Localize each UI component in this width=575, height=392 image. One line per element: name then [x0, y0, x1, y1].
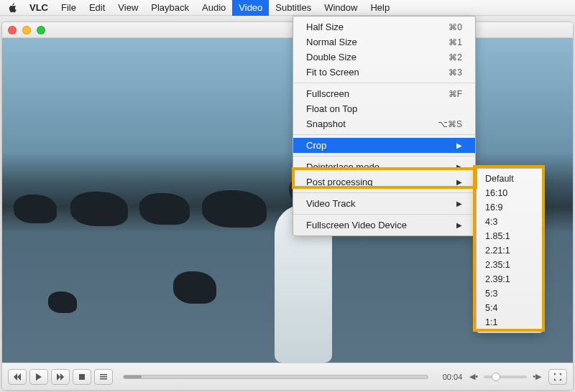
volume-knob[interactable]: [492, 373, 500, 381]
submenu-arrow-icon: ▶: [456, 178, 462, 186]
crop-submenu: Default 16:10 16:9 4:3 1.85:1 2.21:1 2.3…: [476, 168, 543, 333]
crop-option-default[interactable]: Default: [477, 172, 543, 186]
menu-label: 2.39:1: [485, 274, 510, 284]
menu-separator: [293, 156, 475, 157]
menubar-window[interactable]: Window: [318, 0, 364, 16]
menu-normal-size[interactable]: Normal Size⌘1: [293, 34, 475, 50]
menubar-file[interactable]: File: [55, 0, 83, 16]
menubar-playback[interactable]: Playback: [144, 0, 196, 16]
svg-rect-2: [100, 376, 107, 378]
menubar-video[interactable]: Video: [232, 0, 269, 16]
rewind-button[interactable]: [8, 369, 27, 385]
menubar-edit[interactable]: Edit: [83, 0, 111, 16]
menu-label: Deinterlace mode: [306, 162, 380, 172]
volume-down-icon[interactable]: ◀︎•: [469, 372, 478, 381]
menu-crop[interactable]: Crop▶: [293, 138, 475, 153]
window-close-button[interactable]: [8, 26, 17, 34]
playback-controls: 00:04 ◀︎• •▶︎: [2, 363, 573, 390]
window-minimize-button[interactable]: [22, 26, 31, 34]
menu-label: Double Size: [306, 52, 356, 62]
menu-shortcut: ⌘0: [448, 22, 462, 32]
menu-snapshot[interactable]: Snapshot⌥⌘S: [293, 116, 475, 131]
menu-deinterlace-mode[interactable]: Deinterlace mode▶: [293, 159, 475, 174]
seek-bar[interactable]: [123, 375, 428, 379]
window-zoom-button[interactable]: [37, 26, 45, 34]
menu-label: Snapshot: [306, 118, 346, 129]
submenu-arrow-icon: ▶: [456, 221, 462, 229]
crop-option-5-4[interactable]: 5:4: [477, 301, 543, 315]
crop-option-2-21-1[interactable]: 2.21:1: [477, 243, 543, 258]
submenu-arrow-icon: ▶: [456, 141, 462, 149]
menubar-audio[interactable]: Audio: [196, 0, 232, 16]
menu-fit-to-screen[interactable]: Fit to Screen⌘3: [293, 65, 475, 80]
play-button[interactable]: [29, 369, 48, 385]
menu-label: 5:4: [485, 303, 497, 313]
menu-label: 16:10: [485, 188, 507, 198]
video-content-decoration: [48, 291, 77, 313]
menu-separator: [293, 214, 475, 215]
svg-rect-0: [79, 374, 85, 380]
menu-separator: [293, 134, 475, 135]
menu-label: 1:1: [485, 317, 497, 327]
menu-label: Video Track: [306, 198, 355, 209]
menu-shortcut: ⌘F: [448, 89, 462, 99]
window-titlebar: [2, 22, 573, 38]
submenu-arrow-icon: ▶: [456, 200, 462, 207]
video-menu: Half Size⌘0 Normal Size⌘1 Double Size⌘2 …: [293, 16, 476, 236]
svg-rect-3: [100, 378, 107, 380]
svg-rect-1: [100, 374, 107, 375]
menu-label: Default: [485, 174, 514, 184]
crop-option-16-9[interactable]: 16:9: [477, 200, 543, 215]
menu-shortcut: ⌘1: [448, 37, 462, 47]
menubar-app-name[interactable]: VLC: [23, 0, 55, 16]
menu-label: Normal Size: [306, 37, 357, 47]
crop-option-1-1[interactable]: 1:1: [477, 315, 543, 330]
menu-separator: [293, 83, 475, 83]
menu-double-size[interactable]: Double Size⌘2: [293, 50, 475, 65]
menu-video-track[interactable]: Video Track▶: [293, 196, 475, 211]
video-content-decoration: [173, 271, 216, 304]
crop-option-4-3[interactable]: 4:3: [477, 215, 543, 229]
stop-button[interactable]: [73, 369, 91, 385]
system-menubar: VLC File Edit View Playback Audio Video …: [0, 0, 575, 16]
menu-label: Fit to Screen: [306, 67, 359, 78]
fast-forward-button[interactable]: [51, 369, 70, 385]
menu-post-processing[interactable]: Post processing▶: [293, 174, 475, 190]
menu-fullscreen[interactable]: Fullscreen⌘F: [293, 86, 475, 101]
submenu-arrow-icon: ▶: [456, 163, 462, 171]
menu-label: Fullscreen: [306, 88, 349, 99]
volume-slider[interactable]: [484, 375, 527, 378]
menu-shortcut: ⌥⌘S: [438, 119, 462, 129]
menu-fullscreen-video-device[interactable]: Fullscreen Video Device▶: [293, 218, 475, 233]
menu-label: 16:9: [485, 202, 502, 213]
crop-option-5-3[interactable]: 5:3: [477, 286, 543, 301]
menu-label: Fullscreen Video Device: [306, 220, 407, 230]
menu-separator: [293, 192, 475, 193]
crop-option-16-10[interactable]: 16:10: [477, 186, 543, 200]
menu-label: Half Size: [306, 22, 344, 32]
menu-label: 5:3: [485, 289, 497, 299]
menu-shortcut: ⌘2: [448, 52, 462, 62]
volume-up-icon[interactable]: •▶︎: [533, 372, 541, 381]
apple-logo-icon[interactable]: [7, 3, 17, 13]
menu-label: 1.85:1: [485, 231, 510, 241]
fullscreen-button[interactable]: [548, 369, 567, 385]
menubar-subtitles[interactable]: Subtitles: [269, 0, 318, 16]
seek-progress: [124, 375, 142, 378]
menu-half-size[interactable]: Half Size⌘0: [293, 19, 475, 34]
menu-shortcut: ⌘3: [448, 67, 462, 78]
menu-label: 2.35:1: [485, 260, 510, 270]
crop-option-2-39-1[interactable]: 2.39:1: [477, 272, 543, 286]
menu-label: Post processing: [306, 177, 373, 187]
menu-label: Crop: [306, 140, 326, 151]
crop-option-2-35-1[interactable]: 2.35:1: [477, 258, 543, 272]
menubar-view[interactable]: View: [111, 0, 144, 16]
menu-label: 4:3: [485, 217, 497, 227]
time-elapsed: 00:04: [443, 373, 463, 381]
menu-label: Float on Top: [306, 103, 357, 114]
menubar-help[interactable]: Help: [364, 0, 396, 16]
playlist-button[interactable]: [94, 369, 113, 385]
crop-option-1-85-1[interactable]: 1.85:1: [477, 229, 543, 243]
menu-float-on-top[interactable]: Float on Top: [293, 101, 475, 116]
menu-label: 2.21:1: [485, 246, 510, 256]
